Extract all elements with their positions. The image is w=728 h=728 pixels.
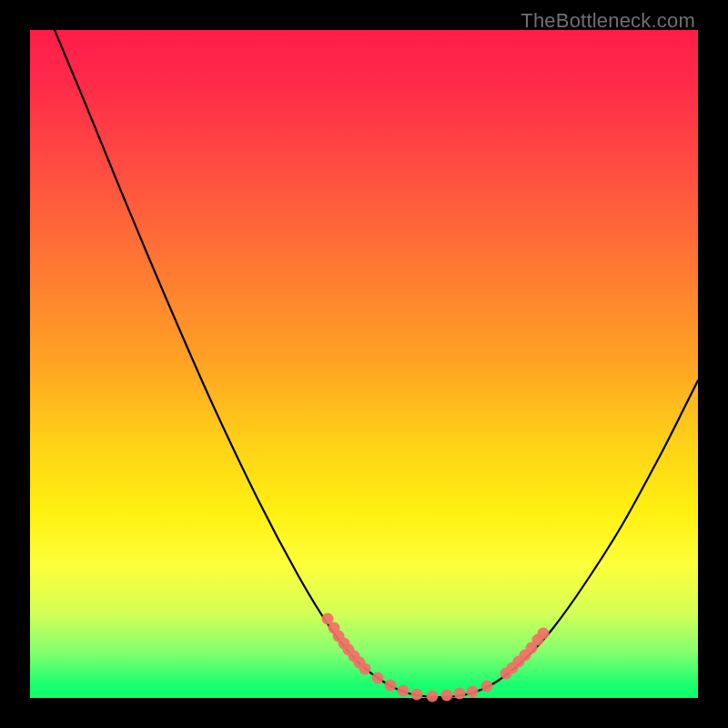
scatter-point xyxy=(538,628,550,640)
watermark-text: TheBottleneck.com xyxy=(521,9,695,33)
scatter-point xyxy=(372,672,384,684)
scatter-point xyxy=(359,663,371,675)
scatter-point xyxy=(481,681,493,693)
scatter-point xyxy=(398,685,410,697)
scatter-points xyxy=(322,613,550,703)
v-curve xyxy=(55,30,698,697)
scatter-point xyxy=(467,686,479,698)
scatter-point xyxy=(454,688,466,700)
scatter-point xyxy=(441,690,453,702)
scatter-point xyxy=(411,689,423,701)
bottleneck-curve xyxy=(55,30,698,697)
plot-area xyxy=(30,30,698,698)
chart-frame: TheBottleneck.com xyxy=(0,0,728,728)
scatter-point xyxy=(427,691,439,703)
chart-svg xyxy=(30,30,698,698)
scatter-point xyxy=(385,680,397,692)
